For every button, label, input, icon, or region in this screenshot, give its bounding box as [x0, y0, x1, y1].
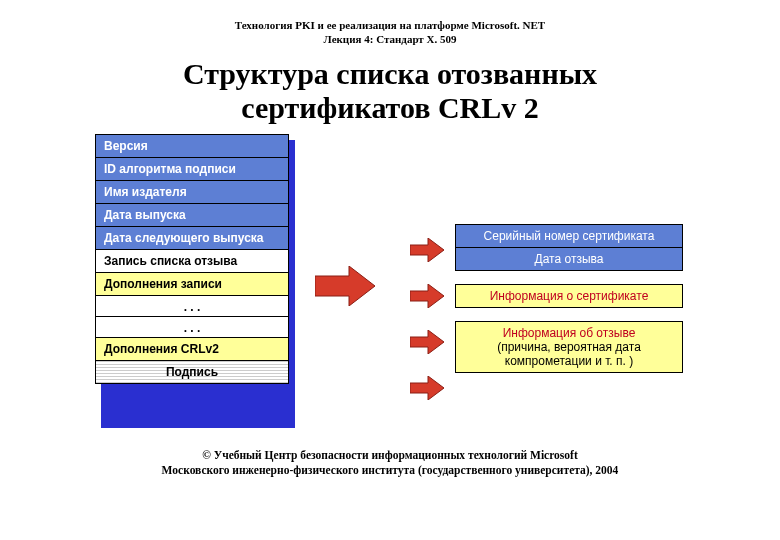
detail-serial: Серийный номер сертификата [455, 224, 683, 248]
page-title: Структура списка отозванных сертификатов… [0, 57, 780, 126]
svg-marker-4 [410, 376, 444, 400]
footer-line1: © Учебный Центр безопасности информацион… [0, 448, 780, 464]
detail-revoke-info-title: Информация об отзыве [503, 326, 636, 340]
field-signature: Подпись [95, 360, 289, 384]
field-ellipsis-2: . . . [95, 316, 289, 338]
svg-marker-0 [315, 266, 375, 306]
detail-revoke-info-line3: компрометации и т. п. ) [505, 354, 633, 368]
header: Технология PKI и ее реализация на платфо… [0, 0, 780, 47]
field-version: Версия [95, 134, 289, 158]
header-line2: Лекция 4: Стандарт X. 509 [0, 32, 780, 46]
arrow-big-icon [315, 266, 375, 306]
svg-marker-1 [410, 238, 444, 262]
crl-structure-list: Версия ID алгоритма подписи Имя издателя… [95, 134, 289, 383]
field-next-update: Дата следующего выпуска [95, 226, 289, 250]
footer-line2: Московского инженерно-физического инстит… [0, 463, 780, 479]
field-ellipsis-1: . . . [95, 295, 289, 317]
arrow-small-icon-1 [410, 238, 444, 262]
detail-cert-info: Информация о сертификате [455, 284, 683, 308]
arrow-small-icon-4 [410, 376, 444, 400]
field-entry-extensions: Дополнения записи [95, 272, 289, 296]
diagram: Версия ID алгоритма подписи Имя издателя… [0, 126, 780, 436]
svg-marker-3 [410, 330, 444, 354]
detail-revoke-date: Дата отзыва [455, 247, 683, 271]
title-line1: Структура списка отозванных [0, 57, 780, 92]
detail-revoke-info-line2: (причина, вероятная дата [497, 340, 641, 354]
footer: © Учебный Центр безопасности информацион… [0, 448, 780, 479]
arrow-small-icon-3 [410, 330, 444, 354]
field-sig-alg-id: ID алгоритма подписи [95, 157, 289, 181]
field-this-update: Дата выпуска [95, 203, 289, 227]
field-issuer-name: Имя издателя [95, 180, 289, 204]
title-line2: сертификатов CRLv 2 [0, 91, 780, 126]
arrows-small-group [410, 238, 444, 422]
header-line1: Технология PKI и ее реализация на платфо… [0, 18, 780, 32]
arrow-small-icon-2 [410, 284, 444, 308]
entry-detail-list: Серийный номер сертификата Дата отзыва И… [455, 224, 683, 372]
detail-revoke-info: Информация об отзыве (причина, вероятная… [455, 321, 683, 373]
field-revoked-entry: Запись списка отзыва [95, 249, 289, 273]
svg-marker-2 [410, 284, 444, 308]
field-crl-extensions: Дополнения CRLv2 [95, 337, 289, 361]
